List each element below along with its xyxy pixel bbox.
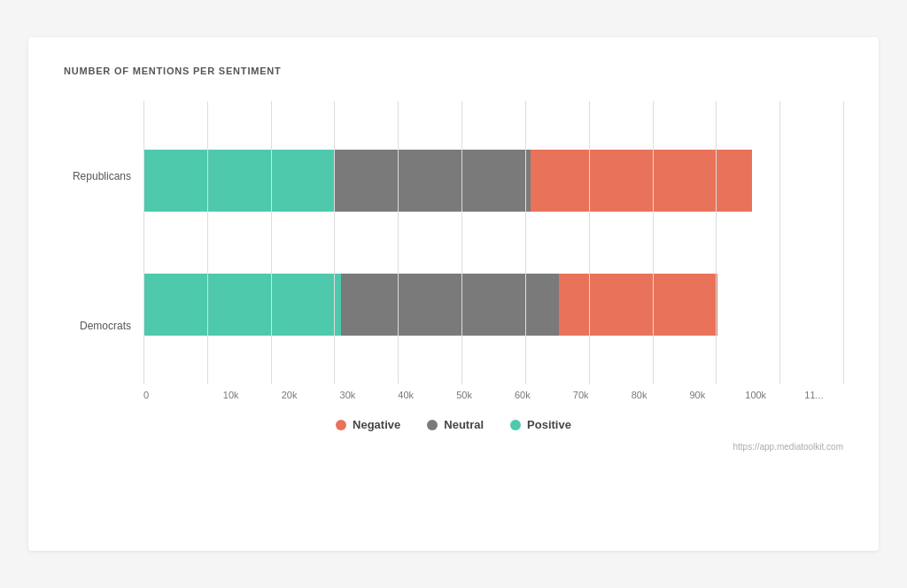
grid-line-9 <box>716 101 717 384</box>
chart-area: Republicans Democrats <box>64 101 843 400</box>
plot-area: 0 10k 20k 30k 40k 50k 60k 70k 80k 90k 10… <box>143 101 843 400</box>
legend-item-negative: Negative <box>336 418 400 431</box>
grid-line-1 <box>207 101 208 384</box>
x-tick-90k: 90k <box>668 390 726 400</box>
republicans-neutral <box>334 150 531 212</box>
grid-line-11 <box>843 101 844 384</box>
grid-line-6 <box>525 101 526 384</box>
x-tick-70k: 70k <box>552 390 610 400</box>
x-tick-50k: 50k <box>435 390 493 400</box>
legend-item-positive: Positive <box>510 418 571 431</box>
legend-label-negative: Negative <box>353 418 400 431</box>
grid-line-2 <box>271 101 272 384</box>
grid-line-0 <box>143 101 144 384</box>
legend-item-neutral: Neutral <box>427 418 484 431</box>
democrats-positive <box>143 274 341 336</box>
chart-title: NUMBER OF MENTIONS PER SENTIMENT <box>64 66 843 76</box>
bar-row-democrats <box>143 274 717 336</box>
grid-line-5 <box>461 101 462 384</box>
legend-dot-neutral <box>427 420 438 430</box>
legend: Negative Neutral Positive <box>64 418 843 431</box>
watermark: https://app.mediatoolkit.com <box>64 442 843 452</box>
chart-container: NUMBER OF MENTIONS PER SENTIMENT Republi… <box>28 37 879 551</box>
y-axis: Republicans Democrats <box>64 101 143 400</box>
democrats-negative <box>559 274 717 336</box>
grid-line-4 <box>398 101 399 384</box>
x-tick-30k: 30k <box>318 390 376 400</box>
grid-line-8 <box>653 101 654 384</box>
legend-dot-negative <box>336 420 346 430</box>
x-axis: 0 10k 20k 30k 40k 50k 60k 70k 80k 90k 10… <box>143 390 843 400</box>
republicans-positive <box>143 150 334 212</box>
democrats-neutral <box>341 274 559 336</box>
republicans-negative <box>531 150 753 212</box>
bar-row-republicans <box>143 150 752 212</box>
grid-line-7 <box>589 101 590 384</box>
x-tick-20k: 20k <box>260 390 319 400</box>
x-tick-40k: 40k <box>376 390 435 400</box>
grid-line-3 <box>334 101 335 384</box>
bars-and-grid <box>143 101 843 384</box>
legend-dot-positive <box>510 420 521 430</box>
x-tick-100k: 100k <box>726 390 785 400</box>
legend-label-positive: Positive <box>527 418 571 431</box>
x-tick-10k: 10k <box>202 390 260 400</box>
x-tick-60k: 60k <box>493 390 552 400</box>
y-label-republicans: Republicans <box>73 145 131 207</box>
x-tick-11: 11... <box>785 390 843 400</box>
x-tick-0: 0 <box>143 390 202 400</box>
y-label-democrats: Democrats <box>80 295 131 357</box>
grid-line-10 <box>779 101 780 384</box>
x-tick-80k: 80k <box>610 390 669 400</box>
legend-label-neutral: Neutral <box>444 418 484 431</box>
